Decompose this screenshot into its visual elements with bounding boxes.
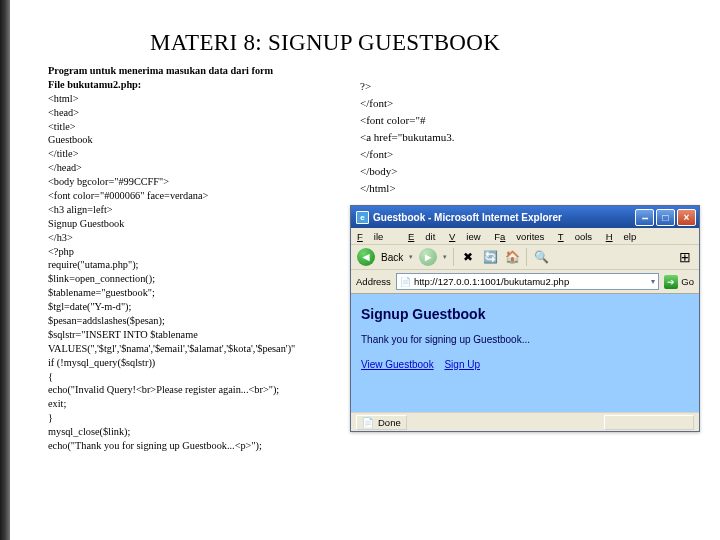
code-header-1: Program untuk menerima masukan data dari… [48,64,348,78]
code-line: <title> [48,120,348,134]
go-button[interactable]: ➔ Go [664,275,694,289]
forward-dropdown[interactable]: ▾ [443,253,447,261]
forward-button[interactable]: ► [419,248,437,266]
code-left-column: Program untuk menerima masukan data dari… [48,64,348,453]
status-text: 📄 Done [356,415,407,430]
code-line: { [48,370,348,384]
toolbar-separator [453,248,454,266]
code-line: require("utama.php"); [48,258,348,272]
code-line: </font> [360,146,454,163]
code-line: $tgl=date("Y-m-d"); [48,300,348,314]
menu-help[interactable]: Help [606,231,637,242]
code-line: VALUES('','$tgl','$nama','$email','$alam… [48,342,348,356]
side-stripe [0,0,10,540]
address-url: http://127.0.0.1:1001/bukutamu2.php [414,276,569,287]
code-line: Guestbook [48,133,348,147]
code-line: </head> [48,161,348,175]
menu-view[interactable]: View [449,231,481,242]
code-header-2: File bukutamu2.php: [48,78,348,92]
menu-tools[interactable]: Tools [558,231,592,242]
home-icon[interactable]: 🏠 [504,249,520,265]
sign-up-link[interactable]: Sign Up [444,359,480,370]
search-icon[interactable]: 🔍 [533,249,549,265]
code-line: <head> [48,106,348,120]
address-label: Address [356,276,391,287]
code-line: $sqlstr="INSERT INTO $tablename [48,328,348,342]
code-line: </font> [360,95,454,112]
minimize-button[interactable]: ‒ [635,209,654,226]
code-line: <font color="#000066" face=verdana> [48,189,348,203]
ie-app-icon: e [356,211,369,224]
maximize-button[interactable]: □ [656,209,675,226]
code-line: <html> [48,92,348,106]
code-right-column: ?> </font> <font color="# <a href="bukut… [360,78,454,197]
menu-favorites[interactable]: Favorites [494,231,544,242]
done-icon: 📄 [362,417,374,428]
ie-window-title: Guestbook - Microsoft Internet Explorer [373,212,562,223]
code-line: echo("Invalid Query!<br>Please register … [48,383,348,397]
go-label: Go [681,276,694,287]
ie-titlebar[interactable]: e Guestbook - Microsoft Internet Explore… [351,206,699,228]
code-line: <font color="# [360,112,454,129]
code-line: } [48,411,348,425]
code-line: <a href="bukutamu3. [360,129,454,146]
code-line: mysql_close($link); [48,425,348,439]
menu-file[interactable]: File [357,231,394,242]
code-line: </title> [48,147,348,161]
code-line: </h3> [48,231,348,245]
go-icon: ➔ [664,275,678,289]
ie-window: e Guestbook - Microsoft Internet Explore… [350,205,700,432]
ie-status-bar: 📄 Done [351,412,699,431]
code-line: if (!mysql_query($sqlstr)) [48,356,348,370]
menu-edit[interactable]: Edit [408,231,435,242]
back-button[interactable]: Back [381,252,403,263]
ie-address-bar: Address 📄 http://127.0.0.1:1001/bukutamu… [351,270,699,294]
refresh-icon[interactable]: 🔄 [482,249,498,265]
stop-icon[interactable]: ✖ [460,249,476,265]
code-line: $tablename="guestbook"; [48,286,348,300]
code-line: $pesan=addslashes($pesan); [48,314,348,328]
code-line: Signup Guestbook [48,217,348,231]
code-line: <h3 align=left> [48,203,348,217]
status-zone [604,415,694,430]
code-line: exit; [48,397,348,411]
ie-toolbar: ◄ Back ▾ ► ▾ ✖ 🔄 🏠 🔍 ⊞ [351,245,699,270]
toolbar-separator [526,248,527,266]
page-links: View Guestbook Sign Up [361,359,689,370]
back-icon[interactable]: ◄ [357,248,375,266]
code-line: <?php [48,245,348,259]
view-guestbook-link[interactable]: View Guestbook [361,359,434,370]
slide-title: MATERI 8: SIGNUP GUESTBOOK [150,30,500,56]
code-line: </body> [360,163,454,180]
back-dropdown[interactable]: ▾ [409,253,413,261]
page-message: Thank you for signing up Guestbook... [361,334,689,345]
ie-menubar: File Edit View Favorites Tools Help [351,228,699,245]
ie-page-content: Signup Guestbook Thank you for signing u… [351,294,699,412]
code-line: <body bgcolor="#99CCFF"> [48,175,348,189]
code-line: ?> [360,78,454,95]
address-input[interactable]: 📄 http://127.0.0.1:1001/bukutamu2.php ▾ [396,273,659,290]
code-line: $link=open_connection(); [48,272,348,286]
address-dropdown[interactable]: ▾ [651,277,655,286]
windows-flag-icon: ⊞ [677,249,693,265]
page-icon: 📄 [400,277,411,287]
close-button[interactable]: × [677,209,696,226]
code-line: echo("Thank you for signing up Guestbook… [48,439,348,453]
code-line: </html> [360,180,454,197]
page-heading: Signup Guestbook [361,306,689,322]
